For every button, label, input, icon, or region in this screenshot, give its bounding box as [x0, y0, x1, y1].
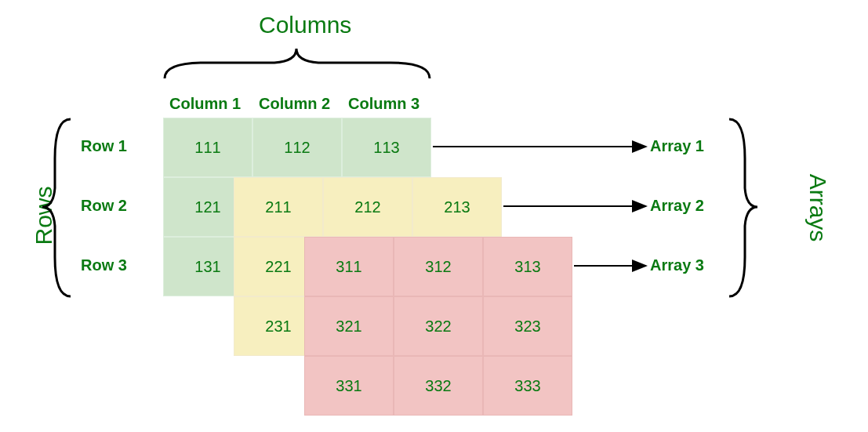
a3-r2-c2: 322: [394, 296, 483, 356]
diagram-stage: Columns Rows Arrays Column 1 Column 2 Co…: [0, 0, 868, 432]
arrays-brace-icon: [729, 119, 757, 296]
a1-r1-c1: 111: [163, 118, 252, 177]
row-label-1: Row 1: [81, 137, 127, 155]
a3-r3-c2: 332: [394, 356, 483, 416]
a3-r2-c3: 323: [483, 296, 572, 356]
a1-r1-c3: 113: [342, 118, 431, 177]
a3-r1-c2: 312: [394, 237, 483, 296]
col-header-3: Column 3: [348, 95, 419, 113]
a1-r1-c2: 112: [252, 118, 342, 177]
row-label-2: Row 2: [81, 197, 127, 215]
col-header-1: Column 1: [169, 95, 241, 113]
columns-title: Columns: [259, 12, 351, 38]
a2-r1-c1: 211: [234, 177, 323, 237]
a3-r1-c1: 311: [304, 237, 394, 296]
a3-r1-c3: 313: [483, 237, 572, 296]
a2-r1-c3: 213: [412, 177, 502, 237]
a2-r1-c2: 212: [323, 177, 412, 237]
row-label-3: Row 3: [81, 256, 127, 274]
array-label-2: Array 2: [650, 197, 704, 215]
array-label-1: Array 1: [650, 137, 704, 155]
arrays-title: Arrays: [804, 174, 831, 242]
rows-title: Rows: [31, 186, 57, 245]
a3-r2-c1: 321: [304, 296, 394, 356]
col-header-2: Column 2: [259, 95, 330, 113]
array-label-3: Array 3: [650, 256, 704, 274]
a3-r3-c3: 333: [483, 356, 572, 416]
a3-r3-c1: 331: [304, 356, 394, 416]
columns-brace-icon: [165, 49, 430, 78]
